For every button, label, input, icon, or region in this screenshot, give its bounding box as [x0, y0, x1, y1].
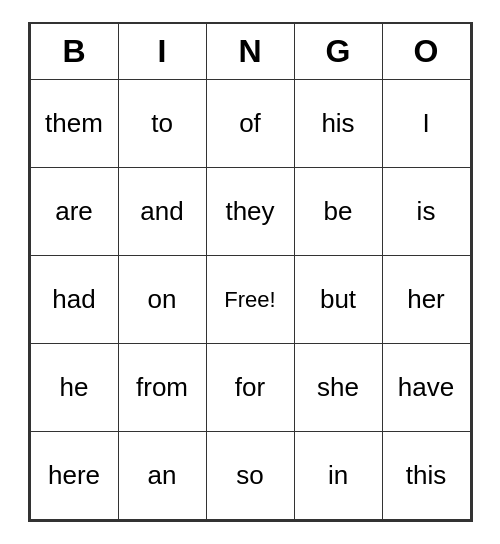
bingo-cell-2-0: had: [30, 256, 118, 344]
header-col-g: G: [294, 24, 382, 80]
header-col-i: I: [118, 24, 206, 80]
bingo-cell-3-3: she: [294, 344, 382, 432]
bingo-cell-1-4: is: [382, 168, 470, 256]
bingo-cell-4-0: here: [30, 432, 118, 520]
bingo-cell-4-1: an: [118, 432, 206, 520]
bingo-cell-4-4: this: [382, 432, 470, 520]
bingo-card: BINGO themtoofhisIareandtheybeishadonFre…: [28, 22, 473, 523]
bingo-cell-4-2: so: [206, 432, 294, 520]
bingo-cell-2-1: on: [118, 256, 206, 344]
bingo-cell-3-4: have: [382, 344, 470, 432]
bingo-cell-0-4: I: [382, 80, 470, 168]
bingo-cell-3-0: he: [30, 344, 118, 432]
bingo-cell-1-2: they: [206, 168, 294, 256]
bingo-row-1: areandtheybeis: [30, 168, 470, 256]
header-col-b: B: [30, 24, 118, 80]
bingo-row-2: hadonFree!buther: [30, 256, 470, 344]
bingo-cell-4-3: in: [294, 432, 382, 520]
bingo-cell-1-1: and: [118, 168, 206, 256]
bingo-row-3: hefromforshehave: [30, 344, 470, 432]
bingo-cell-0-0: them: [30, 80, 118, 168]
bingo-row-0: themtoofhisI: [30, 80, 470, 168]
bingo-cell-2-3: but: [294, 256, 382, 344]
bingo-cell-0-2: of: [206, 80, 294, 168]
header-col-o: O: [382, 24, 470, 80]
bingo-cell-1-0: are: [30, 168, 118, 256]
bingo-cell-0-3: his: [294, 80, 382, 168]
bingo-cell-3-1: from: [118, 344, 206, 432]
bingo-cell-1-3: be: [294, 168, 382, 256]
bingo-table: BINGO themtoofhisIareandtheybeishadonFre…: [30, 24, 471, 521]
header-row: BINGO: [30, 24, 470, 80]
bingo-row-4: hereansointhis: [30, 432, 470, 520]
bingo-cell-2-4: her: [382, 256, 470, 344]
bingo-cell-2-2: Free!: [206, 256, 294, 344]
header-col-n: N: [206, 24, 294, 80]
bingo-cell-3-2: for: [206, 344, 294, 432]
bingo-cell-0-1: to: [118, 80, 206, 168]
